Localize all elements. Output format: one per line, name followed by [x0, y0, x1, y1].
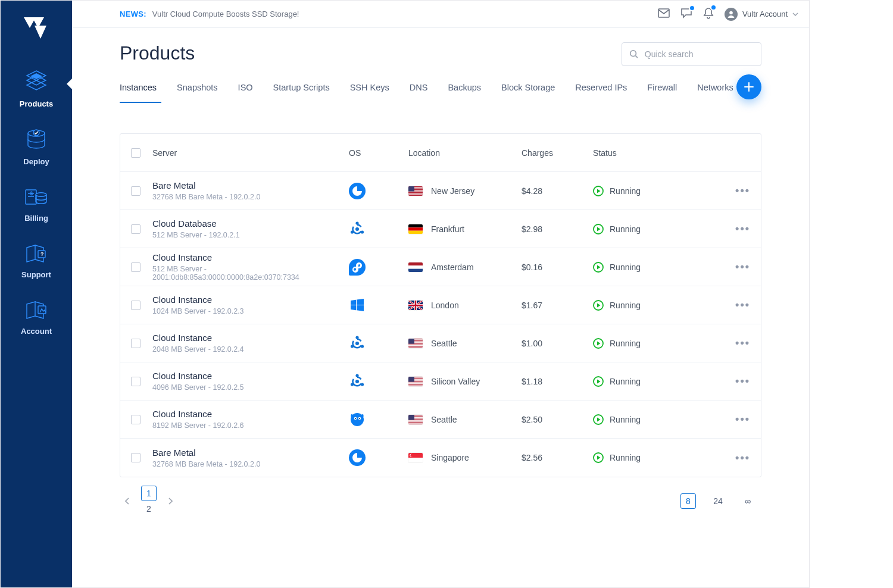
col-server: Server	[152, 148, 349, 158]
news-headline[interactable]: Vultr Cloud Compute Boosts SSD Storage!	[152, 10, 299, 18]
location-label: Silicon Valley	[431, 377, 480, 386]
nav-deploy[interactable]: Deploy	[1, 129, 72, 166]
server-name: Bare Metal	[152, 180, 349, 190]
row-checkbox[interactable]	[131, 224, 140, 234]
news-label: NEWS:	[120, 10, 146, 18]
row-menu[interactable]: •••	[735, 413, 750, 425]
table-row[interactable]: Cloud Database512 MB Server - 192.0.2.1F…	[120, 210, 761, 248]
row-menu[interactable]: •••	[735, 375, 750, 387]
svg-rect-29	[408, 262, 423, 265]
row-menu[interactable]: •••	[735, 452, 750, 464]
vultr-logo	[1, 15, 72, 43]
tab-iso[interactable]: ISO	[238, 83, 253, 103]
nav-support[interactable]: ?Support	[1, 243, 72, 279]
server-name: Cloud Instance	[152, 409, 349, 419]
search-box[interactable]	[622, 42, 761, 66]
svg-rect-48	[408, 345, 423, 346]
page-1[interactable]: 1	[141, 486, 157, 501]
svg-text:?: ?	[40, 251, 44, 257]
instances-table: ServerOSLocationChargesStatusBare Metal3…	[120, 133, 761, 477]
nav-account[interactable]: Account	[1, 299, 72, 336]
tab-backups[interactable]: Backups	[448, 83, 481, 103]
tab-snapshots[interactable]: Snapshots	[177, 83, 218, 103]
table-row[interactable]: Cloud Instance2048 MB Server - 192.0.2.4…	[120, 324, 761, 362]
row-menu[interactable]: •••	[735, 223, 750, 234]
svg-rect-77	[408, 415, 414, 420]
os-icon	[349, 183, 366, 199]
tab-startup-scripts[interactable]: Startup Scripts	[273, 83, 330, 103]
perpage-24[interactable]: 24	[710, 493, 726, 509]
charge-value: $2.98	[522, 224, 593, 234]
flag-icon	[408, 377, 423, 386]
status-label: Running	[610, 224, 641, 234]
location-label: Amsterdam	[431, 262, 474, 272]
charge-value: $0.16	[522, 262, 593, 272]
server-name: Cloud Database	[152, 218, 349, 229]
svg-point-9	[729, 11, 733, 14]
status-label: Running	[610, 415, 641, 424]
account-menu[interactable]: Vultr Account	[725, 8, 798, 21]
row-menu[interactable]: •••	[735, 299, 750, 311]
running-icon	[593, 414, 604, 425]
flag-icon	[408, 186, 423, 196]
svg-point-21	[355, 227, 359, 231]
row-checkbox[interactable]	[131, 339, 140, 348]
search-input[interactable]	[645, 49, 754, 59]
row-menu[interactable]: •••	[735, 261, 750, 273]
running-icon	[593, 452, 604, 463]
svg-rect-76	[408, 423, 423, 423]
nav-billing[interactable]: $Billing	[1, 186, 72, 223]
row-menu[interactable]: •••	[735, 337, 750, 349]
bell-icon[interactable]	[703, 7, 714, 21]
page-prev[interactable]	[120, 493, 135, 509]
running-icon	[593, 300, 604, 311]
page-2[interactable]: 2	[141, 501, 157, 517]
tab-instances[interactable]: Instances	[120, 83, 157, 103]
avatar-icon	[725, 8, 738, 21]
tab-firewall[interactable]: Firewall	[647, 83, 677, 103]
perpage-8[interactable]: 8	[680, 493, 696, 509]
server-name: Cloud Instance	[152, 333, 349, 343]
status-label: Running	[610, 262, 641, 272]
chat-icon[interactable]	[680, 8, 692, 20]
table-row[interactable]: Cloud Instance4096 MB Server - 192.0.2.5…	[120, 362, 761, 401]
row-checkbox[interactable]	[131, 186, 140, 196]
table-row[interactable]: Cloud Instance1024 MB Server - 192.0.2.3…	[120, 286, 761, 324]
flag-icon	[408, 262, 423, 272]
row-checkbox[interactable]	[131, 377, 140, 386]
server-meta: 512 MB Server - 192.0.2.1	[152, 231, 349, 239]
tab-reserved-ips[interactable]: Reserved IPs	[575, 83, 627, 103]
tab-block-storage[interactable]: Block Storage	[501, 83, 555, 103]
location-label: Seattle	[431, 415, 457, 424]
svg-rect-62	[408, 384, 423, 385]
table-row[interactable]: Bare Metal32768 MB Bare Meta - 192.0.2.0…	[120, 172, 761, 210]
table-row[interactable]: Bare Metal32768 MB Bare Meta - 192.0.2.0…	[120, 439, 761, 477]
table-row[interactable]: Cloud Instance512 MB Server - 2001:0db8:…	[120, 248, 761, 286]
svg-rect-75	[408, 421, 423, 422]
page-next[interactable]	[163, 493, 178, 509]
row-menu[interactable]: •••	[735, 184, 750, 196]
svg-rect-47	[408, 343, 423, 344]
nav-products[interactable]: Products	[1, 70, 72, 108]
os-icon	[349, 373, 366, 390]
charge-value: $4.28	[522, 186, 593, 196]
running-icon	[593, 224, 604, 234]
svg-text:$: $	[30, 190, 33, 196]
flag-icon	[408, 224, 423, 234]
chevron-down-icon	[792, 12, 798, 16]
flag-icon	[408, 301, 423, 310]
tab-ssh-keys[interactable]: SSH Keys	[350, 83, 389, 103]
mail-icon[interactable]	[658, 8, 670, 20]
tab-networks[interactable]: Networks	[697, 83, 733, 103]
table-row[interactable]: Cloud Instance8192 MB Server - 192.0.2.6…	[120, 401, 761, 439]
row-checkbox[interactable]	[131, 453, 140, 462]
add-button[interactable]	[736, 74, 761, 99]
row-checkbox[interactable]	[131, 301, 140, 310]
row-checkbox[interactable]	[131, 262, 140, 272]
flag-icon	[408, 453, 423, 462]
tab-dns[interactable]: DNS	[410, 83, 428, 103]
checkbox-all[interactable]	[131, 148, 140, 158]
perpage-∞[interactable]: ∞	[740, 493, 755, 509]
row-checkbox[interactable]	[131, 415, 140, 424]
server-meta: 1024 MB Server - 192.0.2.3	[152, 307, 349, 315]
